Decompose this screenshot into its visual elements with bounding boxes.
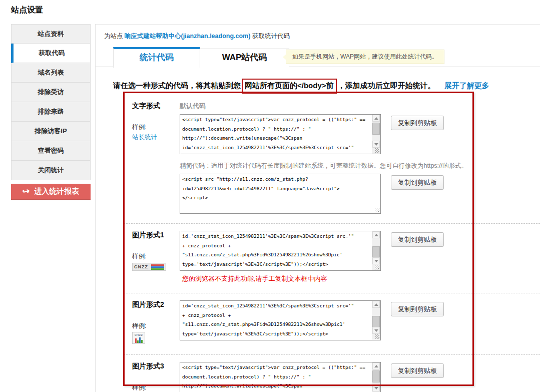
webmaster-stats-link[interactable]: 站长统计 [132, 133, 157, 142]
resize-grip-icon[interactable] [375, 148, 379, 153]
section-title-pic3: 图片形式3 [132, 362, 180, 371]
scrollbar-thumb[interactable] [372, 370, 380, 382]
tab-stat-code[interactable]: 统计代码 [113, 47, 200, 68]
pic1-code-textarea[interactable]: id='cnzz_stat_icon_1254982211'%3E%3C/spa… [180, 231, 381, 271]
site-settings-page: 站点设置 站点资料 获取代码 域名列表 排除受访 排除来路 排除访客IP 查看密… [0, 0, 540, 392]
scroll-down-icon[interactable] [372, 327, 380, 334]
copy-simple-code-button[interactable]: 复制到剪贴板 [391, 175, 444, 190]
copy-default-code-button[interactable]: 复制到剪贴板 [391, 116, 444, 130]
sample-label: 样例: [132, 252, 180, 261]
sample-label: 样例: [132, 322, 180, 330]
instruction-highlight-box: 网站所有页面的</body>前 [242, 79, 337, 94]
pic2-code-textarea[interactable]: id='cnzz_stat_icon_1254982211'%3E%3C/spa… [180, 300, 381, 340]
copy-pic1-code-button[interactable]: 复制到剪贴板 [391, 232, 444, 247]
cnzz-barchart-badge: cnzz [132, 332, 145, 344]
scroll-up-icon[interactable] [372, 231, 380, 238]
simple-code-textarea[interactable]: <script src="http://s11.cnzz.com/z_stat.… [180, 174, 381, 214]
wap-tooltip: 如果是手机网站，WAP网站，建议使用此处统计代码。 [286, 50, 444, 64]
header-prefix: 为站点 [104, 33, 123, 40]
site-header-line: 为站点 响应式建站帮助中心(jianzhan.leadong.com) 获取统计… [96, 25, 540, 41]
instruction-line: 请任选一种形式的代码，将其粘贴到您网站所有页面的</body>前，添加成功后立即… [113, 79, 540, 94]
barchart-icon [134, 337, 144, 343]
tab-wap-code[interactable]: WAP站代码 [200, 48, 289, 67]
site-link[interactable]: 响应式建站帮助中心(jianzhan.leadong.com) [125, 33, 250, 40]
expand-more-link[interactable]: 展开了解更多 [444, 81, 489, 90]
main-panel: 为站点 响应式建站帮助中心(jianzhan.leadong.com) 获取统计… [95, 24, 540, 392]
scroll-up-icon[interactable] [372, 115, 380, 122]
stripes-icon [151, 264, 164, 270]
simple-code-label: 精简代码：适用于对统计代码有长度限制的建站系统，可完整统计数据。您可自行修改为h… [180, 162, 540, 170]
cnzz-stripe-badge: CNZZ [132, 263, 166, 271]
enter-report-button[interactable]: ↪ 进入统计报表 [11, 184, 91, 200]
copy-pic2-code-button[interactable]: 复制到剪贴板 [391, 302, 444, 316]
default-code-label: 默认代码 [180, 102, 540, 111]
resize-grip-icon[interactable] [375, 334, 379, 339]
sample-label: 样例: [132, 123, 180, 132]
enter-report-label: 进入统计报表 [34, 187, 79, 196]
section-pic-form-1: 图片形式1 样例: CNZZ id='cnzz_stat_icon_125498… [124, 223, 540, 293]
curved-arrow-icon: ↪ [22, 186, 31, 198]
page-title: 站点设置 [11, 5, 43, 16]
sample-label: 样例: [132, 383, 180, 392]
scrollbar-thumb[interactable] [372, 123, 380, 135]
section-pic-form-3: 图片形式3 样例: CNZZ.COM <script type="text/ja… [124, 354, 540, 392]
resize-grip-icon[interactable] [375, 208, 379, 212]
scroll-up-icon[interactable] [372, 362, 380, 369]
scroll-up-icon[interactable] [372, 301, 380, 308]
scroll-down-icon[interactable] [372, 384, 380, 391]
sidebar-item-view-password[interactable]: 查看密码 [11, 141, 91, 161]
sidebar-item-exclude-referrer[interactable]: 排除来路 [11, 102, 91, 122]
scrollbar[interactable] [372, 362, 380, 392]
resize-grip-icon[interactable] [375, 265, 379, 269]
scroll-down-icon[interactable] [372, 141, 380, 148]
sidebar-item-exclude-visited[interactable]: 排除受访 [11, 83, 91, 102]
section-title-text-form: 文字形式 [132, 102, 180, 111]
section-text-form: 文字形式 样例: 站长统计 默认代码 <script type="text/ja… [124, 100, 540, 223]
scrollbar-thumb[interactable] [372, 246, 380, 258]
sidebar-item-exclude-visitor-ip[interactable]: 排除访客IP [11, 122, 91, 141]
section-title-pic2: 图片形式2 [132, 300, 180, 309]
instruction-part1: 请任选一种形式的代码，将其粘贴到您 [113, 81, 241, 90]
sidebar: 站点资料 获取代码 域名列表 排除受访 排除来路 排除访客IP 查看密码 关闭统… [11, 24, 91, 200]
tab-bar: 统计代码 WAP站代码 如果是手机网站，WAP网站，建议使用此处统计代码。 [96, 47, 540, 67]
code-sections: 文字形式 样例: 站长统计 默认代码 <script type="text/ja… [124, 100, 540, 392]
scroll-down-icon[interactable] [372, 257, 380, 264]
scrollbar-thumb[interactable] [372, 316, 380, 328]
sidebar-item-domain-list[interactable]: 域名列表 [11, 63, 91, 83]
browser-not-supported-warning: 您的浏览器不支持此功能,请手工复制文本框中内容 [182, 274, 540, 283]
pic3-code-textarea[interactable]: <script type="text/javascript">var cnzz_… [180, 362, 381, 392]
section-pic-form-2: 图片形式2 样例: cnzz id='cnzz_stat_icon_125498… [124, 293, 540, 354]
section-title-pic1: 图片形式1 [132, 231, 180, 240]
sidebar-item-get-code[interactable]: 获取代码 [11, 44, 91, 63]
sidebar-item-site-info[interactable]: 站点资料 [11, 24, 91, 44]
default-code-textarea[interactable]: <script type="text/javascript">var cnzz_… [180, 114, 381, 154]
sidebar-item-close-stats[interactable]: 关闭统计 [11, 161, 91, 180]
header-suffix: 获取统计代码 [252, 33, 290, 40]
copy-pic3-code-button[interactable]: 复制到剪贴板 [391, 363, 444, 378]
instruction-part2: ，添加成功后立即开始统计。 [338, 81, 435, 90]
